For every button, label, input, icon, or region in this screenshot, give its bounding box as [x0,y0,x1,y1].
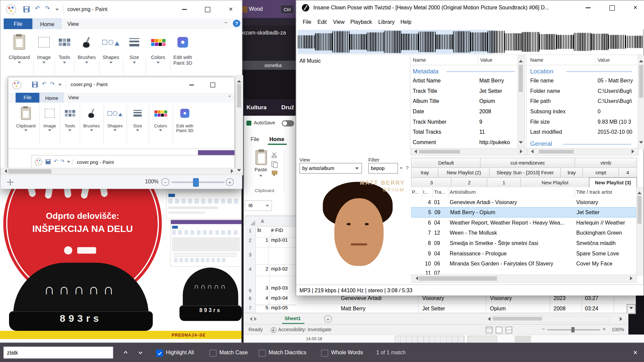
maximize-button[interactable] [602,0,621,15]
playlist-tab[interactable]: 1 [487,177,521,188]
save-icon[interactable] [23,6,30,12]
paste-button[interactable]: Paste [250,149,272,182]
view-dropdown[interactable]: by artist/album [300,163,362,174]
sheet-scrollbar[interactable] [492,316,610,323]
playlist-row[interactable]: 6 04 Weather Report, Weather Report - He… [411,218,636,228]
row-header[interactable]: 7 [245,303,256,313]
col-i[interactable]: I... [423,189,432,195]
column-header-name[interactable]: Name [530,57,543,63]
filter-input[interactable]: bepop [368,163,398,174]
playlist-tab[interactable]: 2 [451,177,487,188]
canvas-vscrollbar[interactable] [236,75,243,175]
zoom-level[interactable]: 100% [611,327,624,333]
edit-paint3d-button[interactable]: Edit with Paint 3D [171,32,195,72]
row-header[interactable]: 6 [245,294,256,304]
playlist-row-selected[interactable]: 5 09 Matt Berry - Opium Jet Setter [411,207,636,218]
match-diacritics-checkbox[interactable] [259,350,266,357]
name-box[interactable]: I6 [245,200,272,211]
clipboard-group[interactable]: Clipboard [6,32,32,72]
zoom-in-button[interactable]: + [602,326,605,332]
playlist-tab[interactable]: Default [411,158,481,168]
column-header-value[interactable]: Value [598,57,610,63]
paint-titlebar[interactable]: ↶ ↷ cover.png - Paint × [0,0,242,18]
autosave-toggle[interactable] [282,120,294,126]
playlist-tab[interactable]: tray [411,168,439,178]
ribbon-collapse-icon[interactable]: ⌃ [222,20,229,27]
find-previous-button[interactable] [119,346,132,359]
menu-library[interactable]: Library [378,19,395,25]
zoom-slider[interactable] [547,329,600,330]
window-right-scrollbar[interactable] [638,55,644,149]
find-close-button[interactable]: × [629,346,642,359]
column-header-a[interactable]: A [256,216,270,227]
tools-group[interactable]: Tools [55,32,73,72]
playlist-tab[interactable]: New Playlist (2) [438,168,490,178]
add-sheet-button[interactable]: + [324,315,332,323]
highlight-all-checkbox[interactable] [156,350,163,357]
playlist-row[interactable]: 7 12 Ween - The Mollusk Buckingham Green [411,228,636,238]
minimize-button[interactable] [579,0,597,15]
playlist-tab[interactable]: New Playlist [520,177,590,188]
playlist-tab[interactable]: tray [560,168,583,178]
page-layout-icon[interactable] [496,327,502,334]
menu-playback[interactable]: Playback [350,19,372,25]
sheet-tab[interactable]: Sheet1 [285,316,301,321]
whole-words-label[interactable]: Whole Words [331,349,363,355]
page-break-icon[interactable] [505,327,512,334]
normal-view-icon[interactable] [486,327,493,334]
menu-file[interactable]: File [303,19,311,25]
zoom-in-button[interactable]: + [226,178,233,186]
zoom-slider[interactable] [171,178,225,186]
row-header[interactable]: 4 [245,264,256,275]
metadata-hscrollbar[interactable] [410,148,527,156]
tab-home[interactable]: Home [33,18,61,30]
quick-access-dropdown-icon[interactable] [55,9,59,12]
nav-item-druzba[interactable]: Druž [281,104,297,111]
playlist-tab[interactable]: cut-mendizevec [480,158,575,168]
dropdown-button[interactable] [627,304,636,313]
select-all-corner[interactable] [245,216,256,227]
copy-icon[interactable] [271,161,278,168]
zoom-out-button[interactable]: − [161,178,169,186]
colors-group[interactable]: Colors [147,32,170,72]
menu-edit[interactable]: Edit [318,19,327,25]
cell-b7[interactable]: mp3-05 [269,303,296,313]
playlist-row[interactable]: 9 04 Renaissance - Prologue Spare Some L… [411,248,636,259]
redo-icon[interactable]: ↷ [45,4,50,12]
col-p[interactable]: P... [412,189,421,195]
close-button[interactable]: × [220,0,242,18]
playlist-row[interactable]: 4 01 Genevieve Artadi - Visionary Vision… [411,197,636,207]
col-title[interactable]: Title / track artist [576,189,635,195]
cell-a7[interactable]: 5 [256,303,270,313]
playlist-tab[interactable]: cmpt [582,168,619,178]
nav-item-kultura[interactable]: Kultura [247,104,267,111]
cut-icon[interactable] [271,152,278,159]
playlist-vscrollbar[interactable] [636,187,644,275]
playlist-tab[interactable]: vtmb [575,158,637,168]
waveform-seekbar[interactable] [298,30,643,54]
sheet-scroll-right[interactable] [620,317,624,321]
highlight-all-label[interactable]: Highlight All [166,349,194,355]
shapes-group[interactable]: Shapes [100,32,122,72]
filter-clear-button[interactable]: × [398,163,404,173]
location-hscrollbar[interactable] [527,148,639,156]
tab-file[interactable]: File [4,18,33,29]
minimize-button[interactable] [174,0,194,18]
close-button[interactable]: × [626,0,644,15]
maximize-button[interactable] [197,0,218,18]
playlist-tab[interactable]: Sleepy Sun - [2010] Fever [489,168,561,178]
format-painter-icon[interactable] [271,170,278,177]
menu-help[interactable]: Help [400,19,412,25]
playlist-tab[interactable]: 4 [619,168,637,178]
row-header[interactable]: 2 [245,236,256,246]
column-header-name[interactable]: Name [413,57,426,63]
sheet-scroll-left[interactable] [486,317,490,321]
album-art[interactable]: MATT BERRY OPIUM [298,174,409,284]
filter-help-button[interactable]: ? [404,163,410,173]
playlist-row[interactable]: 11 07 [411,269,636,275]
playlist-hscrollbar[interactable] [411,275,637,283]
whole-words-checkbox[interactable] [321,350,328,357]
help-icon[interactable]: ? [233,20,240,27]
playlist-tab[interactable]: 3 [411,177,452,188]
find-next-button[interactable] [134,346,147,359]
